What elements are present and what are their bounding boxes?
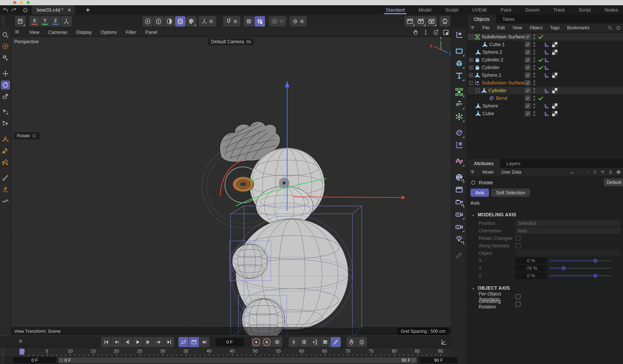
phong-tag-icon[interactable] [544,111,550,117]
undo-icon[interactable] [2,7,9,13]
enable-toggle-icon[interactable] [525,65,531,70]
falloff-button[interactable] [269,16,286,27]
globe-create-button[interactable]: ST [454,172,465,183]
phong-tag-icon[interactable] [544,42,550,47]
timeline-ruler[interactable]: 051015202530354045505560657075808590 [0,347,451,357]
object-name[interactable]: Sphere.1 [482,72,502,78]
transport-next-frame-button[interactable] [143,337,153,347]
gear-arrow-tool[interactable] [1,53,10,62]
object-name[interactable]: Cube [482,111,494,117]
om-home-icon[interactable] [616,25,621,30]
scale-tool[interactable] [1,92,10,101]
slider-handle[interactable] [593,259,598,263]
brush-tool[interactable] [1,173,10,182]
mode-button-axis[interactable]: Axis [470,189,489,197]
enable-toggle-icon[interactable] [525,80,531,86]
expander-icon[interactable]: + [469,65,473,70]
layout-tab-sculpt[interactable]: Sculpt [445,5,458,15]
axis-lock-y[interactable]: Y [40,16,50,27]
minimize-window-button[interactable] [20,1,23,4]
pen-rect-tool[interactable] [1,146,10,155]
key-pills-button[interactable] [320,337,330,347]
om-menu-bookmarks[interactable]: Bookmarks [567,25,590,30]
tree-row-sphere-1[interactable]: +Sphere.1 [467,71,623,79]
light-create-button[interactable]: ST [454,234,465,244]
tree-row-sphere-2[interactable]: Sphere.2 [467,48,623,56]
attr-field[interactable] [515,250,620,256]
slider-handle[interactable] [593,274,598,278]
coordinate-system-button[interactable] [61,16,72,27]
expander-icon[interactable]: - [469,35,473,39]
enable-toggle-icon[interactable] [525,49,531,55]
viewport-menu-icon[interactable] [15,29,20,35]
layout-tab-paint[interactable]: Paint [501,5,511,15]
enable-toggle-icon[interactable] [525,103,531,109]
attr-burger-icon[interactable] [470,170,475,175]
pan-hand-icon[interactable] [412,29,419,36]
bend-create-button[interactable] [454,127,465,138]
mouse-rot-button[interactable] [357,337,367,347]
phong-tag-icon[interactable] [544,88,550,93]
tree-row-cylinder[interactable]: +Cylinder [467,64,623,71]
attr-slider[interactable] [550,272,611,279]
clapper-create-button[interactable] [454,184,465,195]
tree-row-cube[interactable]: Cube [467,110,623,117]
transform-arrow-tool[interactable] [1,108,10,117]
tree-row-bend[interactable]: Bend [467,94,623,102]
attr-select[interactable]: Axis [515,227,620,234]
key-key-rot-button[interactable] [299,337,309,347]
material-manager-button[interactable] [440,16,450,27]
range-grip-left[interactable] [60,358,63,362]
texture-tag-icon[interactable] [552,42,557,47]
visibility-dots[interactable] [533,103,535,108]
generator-check-icon[interactable] [538,96,545,101]
grid-lock-button[interactable] [255,16,265,27]
cam-play-create-button[interactable] [454,221,465,232]
default-preset-button[interactable]: Default [604,179,623,186]
projection-label[interactable]: Perspective [14,39,39,44]
tree-row-cylinder-2[interactable]: +Cylinder.2 [467,56,623,64]
mouse-button[interactable] [346,337,356,347]
render-play-button[interactable] [416,16,426,27]
key-key-off-button[interactable] [331,337,341,347]
axis-lock-z[interactable]: Z [50,16,61,27]
record-A-button[interactable]: A [262,337,272,347]
visibility-dots[interactable] [533,80,535,85]
phong-tag-icon[interactable] [544,72,550,78]
attr-lock-icon[interactable] [608,170,613,174]
visibility-dots[interactable] [533,57,535,62]
slider-handle[interactable] [561,266,566,270]
texture-tag-icon[interactable] [552,103,557,109]
generator-check-icon[interactable] [538,49,545,55]
generator-check-icon[interactable] [538,80,545,86]
cubes-move-tool[interactable] [1,119,10,128]
pencil-create-button[interactable] [454,250,465,261]
layout-tab-model[interactable]: Model [419,5,431,15]
attr-up-icon[interactable]: ↑ [587,169,589,175]
attr-menu-mode[interactable]: Mode [482,169,494,175]
generator-check-icon[interactable] [538,103,545,109]
camera-selector[interactable]: Default Camera [208,38,254,45]
layout-tab-track[interactable]: Track [553,5,565,15]
transport-play-button[interactable] [133,337,143,347]
visibility-dots[interactable] [533,65,535,70]
workplane-button[interactable] [15,16,25,27]
om-menu-view[interactable]: View [512,25,522,30]
attr-globe-icon[interactable] [616,170,621,174]
toolbar-grip[interactable] [1,16,5,27]
attr-menu-user-data[interactable]: User Data [501,169,521,175]
viewport-menu-panel[interactable]: Panel [145,30,157,35]
tree-row-sphere[interactable]: Sphere [467,102,623,110]
record-gear-button[interactable] [272,337,282,347]
mode-hex-dot[interactable] [142,16,153,27]
layout-tab-script[interactable]: Script [579,5,591,15]
pen-dots-tool[interactable] [1,135,10,144]
cam-create-button[interactable]: ST [454,197,465,207]
pen-dash-tool[interactable] [1,185,10,194]
generator-check-icon[interactable] [538,65,545,70]
fields-create-button[interactable] [454,156,465,167]
enable-toggle-icon[interactable] [525,95,531,101]
object-name[interactable]: Subdivision Surface [482,80,525,86]
attr-slider[interactable] [550,265,611,271]
viewport-menu-options[interactable]: Options [101,30,117,35]
